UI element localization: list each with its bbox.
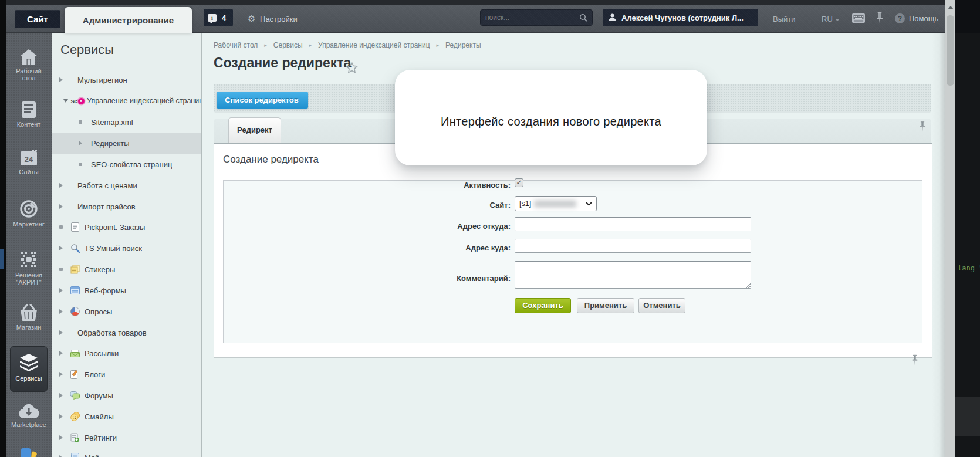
gear-icon[interactable]: ⚙	[248, 13, 255, 25]
menu-item-redirects[interactable]: Редиректы	[52, 133, 201, 154]
menu-item-product-processing[interactable]: Обработка товаров	[52, 322, 201, 343]
sidebar-item-label: Контент	[6, 121, 52, 128]
language-selector[interactable]: RU	[822, 15, 840, 23]
breadcrumb-link[interactable]: Редиректы	[445, 41, 481, 49]
browser-scrollbar[interactable]	[945, 0, 955, 457]
sidebar-item-partial[interactable]	[6, 447, 52, 457]
sidebar-item-label: Рабочий стол	[12, 67, 46, 82]
breadcrumb-link[interactable]: Управление индексацией страниц	[318, 41, 430, 49]
search-input[interactable]	[481, 13, 575, 22]
menu-title: Сервисы	[60, 42, 114, 57]
menu-item-blogs[interactable]: Блоги	[52, 364, 201, 385]
menu-item-mobile-partial[interactable]: Моб...	[52, 447, 201, 457]
logout-link[interactable]: Выйти	[773, 15, 796, 23]
pin-icon[interactable]	[876, 12, 884, 25]
keyboard-icon[interactable]	[852, 13, 865, 23]
sidebar-item-shop[interactable]: Магазин	[6, 304, 52, 331]
sidebar-item-content[interactable]: Контент	[6, 101, 52, 128]
notification-count: 4	[222, 13, 226, 22]
window-edge	[932, 33, 945, 457]
breadcrumb-link[interactable]: Сервисы	[273, 41, 303, 49]
menu-item-webforms[interactable]: Веб-формы	[52, 280, 201, 301]
main-sidebar: Рабочий стол Контент 24 Сайты Маркетинг …	[6, 33, 52, 457]
menu-item-newsletters[interactable]: Рассылки	[52, 343, 201, 364]
site-select[interactable]: [s1]	[515, 196, 597, 211]
user-menu[interactable]: Алексей Чугунов (сотрудник Л...	[603, 9, 758, 26]
menu-item-index-management[interactable]: se Управление индексацией страниц	[52, 90, 201, 111]
window-top-strip	[6, 0, 945, 5]
webform-icon	[70, 286, 80, 296]
address-to-input[interactable]	[515, 239, 751, 253]
sites-24-icon: 24	[20, 150, 38, 166]
pin-settings-icon[interactable]	[919, 121, 926, 133]
site-select-value: [s1]	[519, 199, 531, 208]
top-bar: Сайт Администрирование i 4 ⚙ Настройки А…	[6, 5, 945, 33]
tooltip-text: Интерфейс создания нового редиректа	[441, 115, 661, 128]
document-icon	[70, 222, 80, 232]
scrollbar-thumb[interactable]	[947, 15, 954, 86]
breadcrumb-link[interactable]: Рабочий стол	[214, 41, 258, 49]
rating-icon	[70, 433, 80, 443]
sidebar-item-services-selected[interactable]: Сервисы	[10, 346, 48, 392]
chevron-right-icon	[59, 330, 63, 335]
target-icon	[19, 199, 38, 218]
chevron-down-icon	[586, 202, 592, 206]
chevron-down-icon	[835, 19, 840, 21]
sidebar-item-marketing[interactable]: Маркетинг	[6, 199, 52, 228]
notifications-counter[interactable]: i 4	[204, 9, 233, 26]
menu-item-sitemap[interactable]: Sitemap.xml	[52, 111, 201, 133]
tab-redirect[interactable]: Редирект	[228, 117, 281, 143]
chevron-right-icon	[78, 141, 83, 145]
menu-item-stickers[interactable]: Стикеры	[52, 259, 201, 280]
site-tab-button[interactable]: Сайт	[15, 10, 60, 28]
bullet-icon	[59, 225, 63, 229]
user-icon	[609, 13, 616, 22]
address-from-label: Адрес откуда:	[393, 222, 511, 231]
sidebar-item-akrit[interactable]: Решения "АКРИТ"	[6, 249, 52, 286]
menu-item-seo-properties[interactable]: SEO-свойства страниц	[52, 154, 201, 175]
envelope-icon	[70, 348, 80, 358]
menu-item-forums[interactable]: Форумы	[52, 385, 201, 406]
sidebar-item-label: Сервисы	[11, 375, 47, 382]
save-button[interactable]: Сохранить	[515, 298, 571, 313]
apply-button[interactable]: Применить	[577, 298, 634, 313]
comment-textarea[interactable]	[515, 261, 751, 289]
chevron-right-icon	[59, 77, 63, 82]
chevron-right-icon	[59, 351, 63, 356]
cancel-button[interactable]: Отменить	[638, 298, 685, 313]
breadcrumb-separator-icon: ▸	[264, 42, 267, 48]
chevron-right-icon	[59, 183, 63, 188]
menu-item-pickpoint[interactable]: Pickpoint. Заказы	[52, 216, 201, 238]
address-from-input[interactable]	[515, 217, 751, 231]
settings-link[interactable]: Настройки	[260, 15, 298, 23]
notification-bubble-icon: i	[208, 14, 217, 22]
menu-item-multiregion[interactable]: Мультирегион	[52, 69, 201, 90]
scroll-up-icon[interactable]	[948, 6, 954, 9]
menu-item-polls[interactable]: Опросы	[52, 301, 201, 322]
breadcrumb-separator-icon: ▸	[437, 42, 440, 48]
sidebar-item-marketplace[interactable]: Marketplace	[6, 404, 52, 428]
help-menu[interactable]: ? Помощь	[895, 13, 938, 23]
menu-item-price-import[interactable]: Импорт прайсов	[52, 196, 201, 217]
chevron-down-icon	[63, 99, 68, 103]
sidebar-item-label: Магазин	[6, 324, 52, 331]
menu-item-ts-search[interactable]: TS Умный поиск	[52, 238, 201, 259]
admin-tab-button[interactable]: Администрирование	[65, 7, 192, 33]
page-title: Создание редиректа	[214, 55, 351, 71]
bullet-icon	[78, 163, 83, 166]
menu-item-ratings[interactable]: Рейтинги	[52, 427, 201, 448]
chevron-right-icon	[59, 246, 63, 250]
magnifier-icon	[70, 243, 80, 253]
sidebar-item-desktop[interactable]: Рабочий стол	[6, 49, 52, 82]
favorite-star-icon[interactable]	[346, 62, 358, 73]
menu-item-prices[interactable]: Работа с ценами	[52, 175, 201, 196]
sidebar-item-sites[interactable]: 24 Сайты	[6, 150, 52, 175]
pin-settings-icon[interactable]	[911, 354, 918, 366]
redirect-list-button[interactable]: Список редиректов	[217, 92, 308, 109]
menu-item-smileys[interactable]: Смайлы	[52, 406, 201, 427]
comment-label: Комментарий:	[393, 274, 511, 283]
chevron-right-icon	[59, 372, 63, 377]
sidebar-item-label: Решения "АКРИТ"	[11, 272, 46, 286]
activity-checkbox[interactable]: ✓	[515, 178, 523, 187]
user-name: Алексей Чугунов (сотрудник Л...	[621, 13, 744, 22]
